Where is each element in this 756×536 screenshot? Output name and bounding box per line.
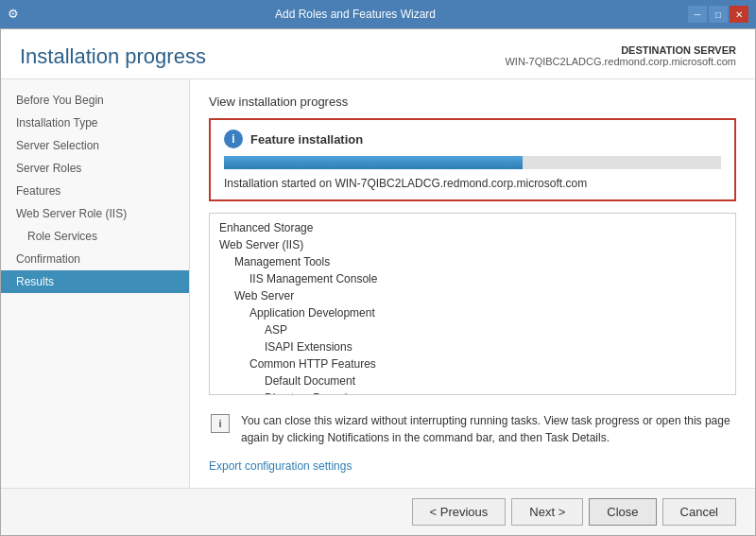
- previous-button[interactable]: < Previous: [412, 498, 507, 526]
- list-item: Enhanced Storage: [219, 219, 726, 236]
- info-icon: i: [224, 130, 243, 148]
- note-text: You can close this wizard without interr…: [241, 412, 736, 446]
- feature-list-container: Enhanced StorageWeb Server (IIS)Manageme…: [209, 213, 736, 395]
- note-icon: i: [209, 412, 232, 435]
- list-item: IIS Management Console: [219, 270, 726, 287]
- view-title: View installation progress: [209, 95, 736, 109]
- sidebar-item[interactable]: Features: [1, 180, 189, 202]
- sidebar-item[interactable]: Installation Type: [1, 112, 189, 134]
- sidebar-item[interactable]: Before You Begin: [1, 89, 189, 112]
- titlebar-controls: ─ □ ✕: [688, 6, 748, 23]
- sidebar-item[interactable]: Confirmation: [1, 248, 189, 270]
- titlebar-title: Add Roles and Features Wizard: [23, 8, 688, 21]
- sidebar: Before You BeginInstallation TypeServer …: [1, 79, 190, 488]
- list-item: Application Development: [219, 304, 726, 321]
- footer: < Previous Next > Close Cancel: [1, 488, 755, 535]
- page-title: Installation progress: [20, 44, 206, 69]
- minimize-button[interactable]: ─: [688, 6, 707, 23]
- info-note: i You can close this wizard without inte…: [209, 405, 736, 454]
- content-area: Before You BeginInstallation TypeServer …: [1, 79, 755, 488]
- close-window-button[interactable]: ✕: [730, 6, 748, 23]
- maximize-button[interactable]: □: [709, 6, 728, 23]
- cancel-button[interactable]: Cancel: [662, 498, 736, 526]
- install-status: Installation started on WIN-7QIBC2LADCG.…: [224, 177, 721, 190]
- feature-list[interactable]: Enhanced StorageWeb Server (IIS)Manageme…: [210, 214, 735, 394]
- sidebar-item[interactable]: Web Server Role (IIS): [1, 202, 189, 225]
- list-item: Management Tools: [219, 253, 726, 270]
- destination-server-name: WIN-7QIBC2LADCG.redmond.corp.microsoft.c…: [505, 56, 736, 67]
- list-item: Default Document: [219, 372, 726, 389]
- titlebar-icon: ⚙: [8, 7, 23, 22]
- feature-box-header: i Feature installation: [224, 130, 721, 148]
- list-item: Common HTTP Features: [219, 355, 726, 372]
- feature-installation-box: i Feature installation Installation star…: [209, 118, 736, 201]
- window-header: Installation progress DESTINATION SERVER…: [1, 29, 755, 79]
- destination-label: DESTINATION SERVER: [505, 44, 736, 56]
- next-button[interactable]: Next >: [511, 498, 583, 526]
- sidebar-item[interactable]: Server Selection: [1, 134, 189, 157]
- export-link[interactable]: Export configuration settings: [209, 459, 736, 473]
- list-item: ASP: [219, 321, 726, 338]
- list-item: Web Server (IIS): [219, 236, 726, 253]
- close-button[interactable]: Close: [589, 498, 656, 526]
- list-item: Directory Browsing: [219, 389, 726, 394]
- sidebar-item[interactable]: Results: [1, 270, 189, 293]
- feature-box-title: Feature installation: [250, 132, 363, 147]
- titlebar: ⚙ Add Roles and Features Wizard ─ □ ✕: [0, 0, 756, 28]
- main-content: View installation progress i Feature ins…: [190, 79, 755, 488]
- note-icon-inner: i: [211, 414, 230, 433]
- sidebar-item[interactable]: Role Services: [1, 225, 189, 248]
- progress-bar-container: [224, 156, 721, 169]
- destination-server-info: DESTINATION SERVER WIN-7QIBC2LADCG.redmo…: [505, 44, 736, 67]
- main-window: Installation progress DESTINATION SERVER…: [0, 28, 756, 536]
- list-item: ISAPI Extensions: [219, 338, 726, 355]
- sidebar-item[interactable]: Server Roles: [1, 157, 189, 180]
- list-item: Web Server: [219, 287, 726, 304]
- progress-bar-fill: [224, 156, 523, 169]
